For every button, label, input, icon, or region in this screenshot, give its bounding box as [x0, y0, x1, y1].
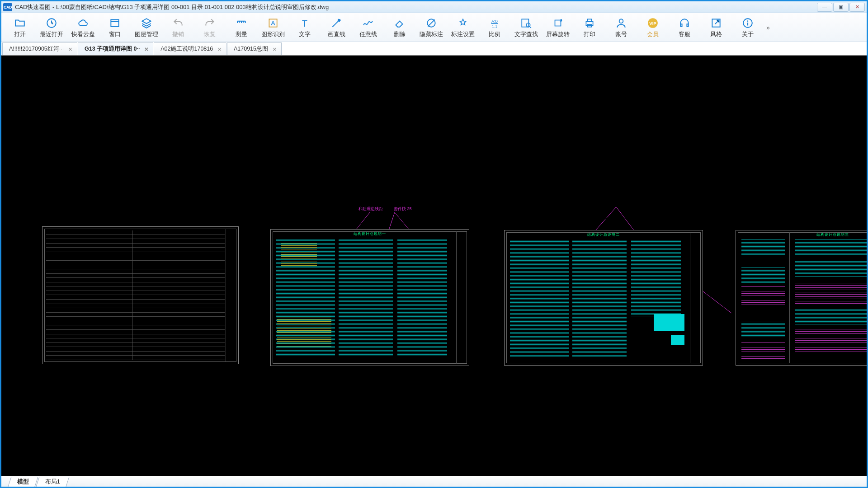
layout-tab-label: 布局1 [45, 478, 60, 486]
minimize-button[interactable]: — [817, 3, 832, 12]
rotate-button[interactable]: 屏幕旋转 [542, 14, 574, 41]
tool-label: 屏幕旋转 [546, 31, 570, 38]
tool-label: 文字 [299, 31, 311, 38]
layout-tab[interactable]: 模型 [8, 477, 38, 487]
drawing-sheet-3: 结构设计总说明二 [504, 230, 703, 366]
ruler-icon [235, 17, 248, 29]
info-icon [741, 17, 754, 29]
window-icon [108, 17, 121, 29]
tool-label: 比例 [489, 31, 500, 38]
print-button[interactable]: 打印 [574, 14, 605, 41]
tab-close-button[interactable]: × [217, 46, 222, 52]
annoset-button[interactable]: 标注设置 [447, 14, 479, 41]
sheet-title: 结构设计总说明三 [816, 232, 849, 237]
squiggle-icon [362, 17, 374, 29]
tool-label: 风格 [710, 31, 722, 38]
about-button[interactable]: 关于 [732, 14, 764, 41]
hide-icon [425, 17, 438, 29]
drawing-canvas[interactable]: 和处理边线距 套件快 25 结构设计总说明一 结构设计总说明二 [1, 56, 867, 476]
redo-icon [203, 17, 216, 29]
headset-icon [678, 17, 691, 29]
account-button[interactable]: 账号 [605, 14, 637, 41]
open-button[interactable]: 打开 [4, 14, 36, 41]
shapeA-icon [267, 17, 279, 29]
tool-label: 图形识别 [261, 31, 285, 38]
tool-label: 快看云盘 [71, 31, 95, 38]
user-icon [615, 17, 627, 29]
window-controls: — ▣ ✕ [817, 3, 865, 12]
undo-icon [172, 17, 184, 29]
findtext-button[interactable]: 文字查找 [510, 14, 542, 41]
tab-label: A!!!!!!20170905红河··· [9, 45, 64, 53]
tool-label: 打开 [14, 31, 26, 38]
vip-icon [646, 17, 659, 29]
maximize-button[interactable]: ▣ [833, 3, 849, 12]
toolbar: 打开最近打开快看云盘窗口图层管理撤销恢复测量图形识别文字画直线任意线删除隐藏标注… [1, 13, 867, 42]
drawing-sheet-2: 结构设计总说明一 [270, 229, 469, 366]
style-button[interactable]: 风格 [700, 14, 732, 41]
lineEdit-icon [330, 17, 343, 29]
tool-label: 恢复 [204, 31, 216, 38]
tab-close-button[interactable]: × [68, 46, 72, 52]
tool-label: 窗口 [109, 31, 121, 38]
tool-label: 测量 [236, 31, 247, 38]
line-button[interactable]: 画直线 [321, 14, 352, 41]
undo-button: 撤销 [162, 14, 194, 41]
layout-tabbar: 模型布局1 [1, 476, 867, 487]
drawing-sheet-4: 结构设计总说明三 [736, 230, 867, 366]
tool-label: 标注设置 [451, 31, 475, 38]
freeline-button[interactable]: 任意线 [352, 14, 384, 41]
vip-button[interactable]: 会员 [637, 14, 669, 41]
sheet-title: 结构设计总说明一 [354, 231, 386, 236]
layers-icon [140, 17, 153, 29]
document-tabbar: A!!!!!!20170905红河···×G13 子项通用详图 0··×A02施… [1, 42, 867, 56]
tab-label: A170915总图 [234, 45, 268, 53]
cloud-icon [77, 17, 90, 29]
tool-label: 关于 [742, 31, 754, 38]
tool-label: 任意线 [359, 31, 377, 38]
searchTxt-icon [520, 17, 533, 29]
tool-label: 最近打开 [40, 31, 63, 38]
cloud-button[interactable]: 快看云盘 [67, 14, 99, 41]
sheet-title: 结构设计总说明二 [587, 232, 620, 237]
tool-label: 撤销 [172, 31, 184, 38]
tool-label: 打印 [584, 31, 595, 38]
redo-button: 恢复 [194, 14, 226, 41]
tool-label: 图层管理 [135, 31, 158, 38]
eraser-icon [393, 17, 406, 29]
text-button[interactable]: 文字 [289, 14, 321, 41]
tab-close-button[interactable]: × [273, 46, 277, 52]
document-tab[interactable]: A02施工说明170816× [154, 42, 226, 55]
measure-button[interactable]: 测量 [226, 14, 257, 41]
document-tab[interactable]: A170915总图× [227, 42, 282, 55]
tool-label: 账号 [615, 31, 627, 38]
textT-icon [298, 17, 311, 29]
annotation-label: 和处理边线距 [359, 206, 383, 212]
support-button[interactable]: 客服 [669, 14, 700, 41]
tab-close-button[interactable]: × [144, 46, 148, 52]
titlebar: CAD CAD快速看图 - L:\00蒙自图纸\CAD\结构\G13 子项通用详… [1, 1, 867, 13]
ratio-button[interactable]: 比例 [479, 14, 510, 41]
tool-label: 隐藏标注 [420, 31, 443, 38]
folder-icon [14, 17, 26, 29]
window-title: CAD快速看图 - L:\00蒙自图纸\CAD\结构\G13 子项通用详图 00… [15, 3, 817, 11]
window-button[interactable]: 窗口 [99, 14, 131, 41]
tab-label: A02施工说明170816 [160, 45, 213, 53]
close-button[interactable]: ✕ [849, 3, 865, 12]
tool-label: 删除 [394, 31, 406, 38]
layout-tab[interactable]: 布局1 [36, 477, 69, 487]
recognize-button[interactable]: 图形识别 [257, 14, 289, 41]
history-icon [45, 17, 58, 29]
tab-label: G13 子项通用详图 0·· [85, 45, 140, 53]
tool-label: 画直线 [328, 31, 345, 38]
document-tab[interactable]: A!!!!!!20170905红河···× [2, 42, 77, 55]
recent-button[interactable]: 最近打开 [36, 14, 67, 41]
delete-button[interactable]: 删除 [384, 14, 415, 41]
layers-button[interactable]: 图层管理 [131, 14, 162, 41]
document-tab[interactable]: G13 子项通用详图 0··× [78, 42, 153, 55]
toolbar-overflow-button[interactable]: » [764, 14, 773, 41]
tool-label: 客服 [679, 31, 690, 38]
hideanno-button[interactable]: 隐藏标注 [415, 14, 447, 41]
export-icon [710, 17, 722, 29]
annotation-label: 套件快 25 [394, 206, 412, 212]
